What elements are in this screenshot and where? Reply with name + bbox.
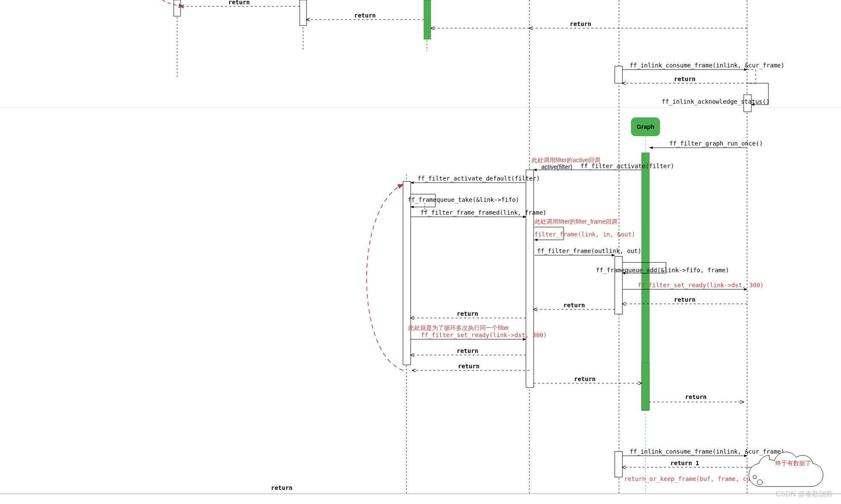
returns-final: return return return [412,363,744,402]
svg-point-45 [757,480,762,485]
loop-arc [367,184,403,370]
filter-frame: ff_filter_frame(outlink, out) [534,248,641,255]
svg-point-46 [753,475,756,479]
msg-active: active(filter) [541,163,572,170]
svg-rect-13 [424,0,431,39]
return-label: return [685,393,707,400]
msg-ack-status: ff_inlink_acknowledge_status() [662,98,770,105]
msg-filter-frame-call: filter_frame(link, in, &out) [534,231,635,238]
note-frame-callback: 此处调用filter的filter_frame回调 [534,218,617,225]
msg-fq-take: ff_framequeue_take(&link->fifo) [408,196,519,204]
note-finally-data: 终于有数据了 [775,460,811,466]
run-once: ff_filter_graph_run_once() [650,140,763,148]
return-label: return [354,12,376,19]
returns-mid: return return [411,302,615,318]
top-returns: return return return [162,0,747,28]
activations [174,0,751,477]
return-label: return [564,302,585,309]
return-label: return [574,376,596,382]
return-label: return [457,347,479,354]
msg-consume-frame-2: ff_inlink_consume_frame(inlink, &cur_fra… [630,448,784,455]
svg-rect-12 [300,0,307,26]
return-label: return [228,0,250,6]
msg-filter-frame: ff_filter_frame(outlink, out) [537,248,641,255]
lifelines [177,0,747,494]
msg-run-once: ff_filter_graph_run_once() [669,140,763,147]
svg-rect-14 [615,66,622,83]
graph-node: Graph [631,117,660,136]
svg-rect-21 [615,452,622,477]
filter-frame-self: 此处调用filter的filter_frame回调 filter_frame(l… [534,218,635,240]
return-label: return [570,20,592,27]
svg-rect-17 [526,170,534,387]
svg-rect-20 [642,363,649,410]
svg-rect-11 [174,0,181,16]
return-label: return [458,363,480,370]
return-1-label: return 1 [670,460,699,466]
msg-fq-add: ff_framequeue_add(&link->fifo, frame) [596,267,729,274]
data-cloud: 终于有数据了 [749,452,823,487]
msg-set-ready-loop: ff_filter_set_ready(link->dst, 300) [421,332,547,339]
msg-framed: ff_filter_frame_framed(link, frame) [420,209,546,216]
active-call: 此处调用filter的active回调 active(filter) ff_fi… [531,157,674,170]
graph-label: Graph [637,123,654,130]
activate-default: ff_filter_activate_default(filter) [411,175,540,183]
return-label: return [674,76,696,82]
msg-activate-default: ff_filter_activate_default(filter) [418,175,540,182]
svg-rect-18 [403,181,411,365]
return-label: return [457,310,479,317]
sequence-diagram: return return return ff_inlink_consume_f… [0,0,841,504]
msg-set-ready: ff_filter_set_ready(link->dst, 300) [638,282,764,289]
msg-filter-activate: ff_filter_activate(filter) [581,163,674,170]
return-label: return [271,484,293,491]
return-label: return [674,296,696,303]
msg-consume-frame: ff_inlink_consume_frame(inlink, &cur_fra… [630,62,784,69]
svg-rect-19 [615,256,622,314]
consume-frame-1: ff_inlink_consume_frame(inlink, &cur_fra… [622,62,784,105]
framed: ff_filter_frame_framed(link, frame) [411,209,546,217]
note-loop: 此处就是为了循环多次执行同一个filter [408,324,509,331]
